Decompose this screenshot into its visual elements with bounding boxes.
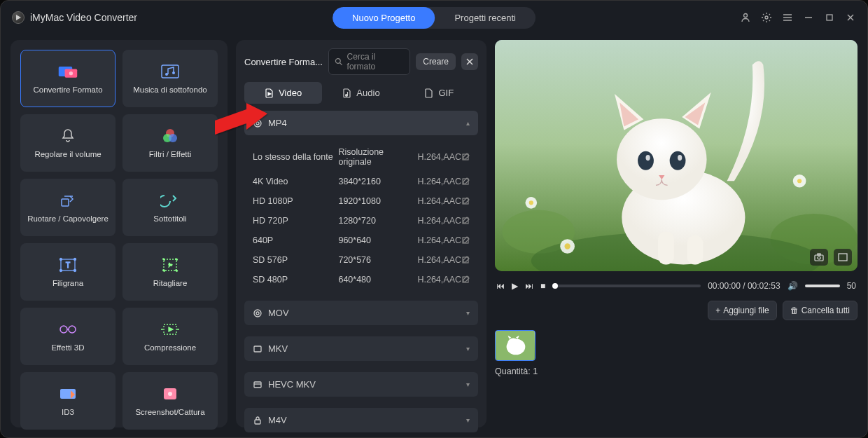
chevron-down-icon: ▾ (466, 345, 470, 353)
svg-point-78 (638, 151, 654, 170)
title-bar: iMyMac Video Converter Nuovo Progetto Pr… (1, 1, 867, 34)
svg-marker-36 (169, 327, 173, 331)
svg-point-23 (74, 259, 76, 261)
format-icon (253, 118, 262, 128)
minimize-button[interactable] (803, 12, 814, 23)
svg-rect-62 (255, 420, 260, 424)
tool-sidebar: Convertire Formato Musica di sottofondo … (10, 40, 227, 427)
format-group-hevc-mkv[interactable]: HEVC MKV▾ (244, 372, 478, 397)
close-panel-button[interactable] (461, 53, 478, 70)
3d-icon (57, 321, 78, 338)
tab-gif[interactable]: GIF (400, 82, 478, 104)
panel-header: Convertire Forma... Cerca il formato Cre… (244, 48, 478, 75)
tool-filters-effects[interactable]: Filtri / Effetti (122, 114, 218, 172)
edit-icon[interactable] (461, 197, 470, 205)
tab-gif-label: GIF (438, 88, 454, 98)
tool-label: Convertire Formato (33, 85, 102, 94)
tool-label: Filigrana (52, 279, 83, 287)
tab-audio[interactable]: Audio (322, 82, 400, 104)
edit-icon[interactable] (461, 153, 470, 161)
tool-label: Musica di sottofondo (133, 85, 206, 94)
svg-rect-19 (62, 199, 69, 206)
volume-icon[interactable]: 🔊 (788, 281, 798, 291)
preset-row[interactable]: SD 576P720*576H.264,AAC (244, 250, 478, 270)
edit-icon[interactable] (461, 177, 470, 186)
svg-rect-60 (254, 382, 261, 388)
id3-icon (57, 385, 78, 402)
file-quantity: Quantità: 1 (495, 367, 858, 376)
next-button[interactable]: ⏭ (525, 281, 533, 291)
preset-row[interactable]: 4K Video3840*2160H.264,AAC (244, 172, 478, 191)
tool-label: Ruotare / Capovolgere (27, 214, 108, 223)
tool-screenshot-capture[interactable]: Screenshot/Cattura (122, 372, 218, 430)
trash-icon: 🗑 (790, 306, 799, 315)
fullscreen-button[interactable] (834, 249, 852, 266)
svg-rect-76 (687, 235, 704, 264)
svg-point-33 (69, 326, 76, 333)
format-group-mkv[interactable]: MKV▾ (244, 336, 478, 361)
format-search-input[interactable]: Cerca il formato (328, 48, 410, 75)
volume-slider[interactable] (805, 285, 840, 287)
subtitle-icon (160, 192, 181, 209)
tool-rotate-flip[interactable]: Ruotare / Capovolgere (20, 179, 115, 236)
playback-controls: ⏮ ▶ ⏭ ■ 00:00:00 / 00:02:53 🔊 50 (495, 278, 858, 294)
maximize-button[interactable] (824, 12, 835, 23)
file-thumbnail[interactable] (495, 330, 536, 361)
preset-row[interactable]: 640P960*640H.264,AAC (244, 231, 478, 250)
user-icon[interactable] (740, 12, 751, 23)
prev-button[interactable]: ⏮ (496, 281, 505, 291)
preset-row[interactable]: SD 480P640*480H.264,AAC (244, 270, 478, 289)
search-placeholder: Cerca il formato (347, 52, 405, 71)
tool-watermark[interactable]: T Filigrana (20, 243, 115, 301)
camera-icon (814, 253, 824, 261)
edit-icon[interactable] (461, 275, 470, 284)
progress-slider[interactable] (552, 285, 701, 287)
svg-rect-85 (839, 254, 847, 261)
svg-marker-31 (169, 263, 173, 267)
svg-rect-7 (827, 15, 832, 20)
tool-label: Filtri / Effetti (149, 150, 192, 158)
svg-point-2 (765, 16, 768, 19)
close-button[interactable] (845, 12, 856, 23)
edit-icon[interactable] (461, 217, 470, 225)
preset-list: Lo stesso della fonteRisoluzione origina… (244, 142, 478, 289)
tool-background-music[interactable]: Musica di sottofondo (122, 50, 218, 107)
preset-row[interactable]: Lo stesso della fonteRisoluzione origina… (244, 142, 478, 172)
add-file-button[interactable]: +Aggiungi file (708, 301, 776, 320)
time-display: 00:00:00 / 00:02:53 (708, 281, 780, 291)
tool-label: ID3 (62, 408, 74, 416)
tab-recent-projects[interactable]: Progetti recenti (435, 7, 535, 29)
create-button[interactable]: Creare (416, 53, 456, 70)
video-preview[interactable] (495, 40, 858, 271)
svg-point-88 (508, 338, 519, 348)
menu-icon[interactable] (782, 12, 793, 23)
tool-id3[interactable]: ID3 (20, 372, 115, 430)
tab-new-project[interactable]: Nuovo Progetto (332, 7, 435, 29)
play-button[interactable]: ▶ (512, 281, 518, 291)
tab-video[interactable]: Video (244, 82, 322, 104)
svg-point-32 (60, 326, 67, 333)
tool-crop[interactable]: Ritagliare (122, 243, 218, 301)
preview-image (495, 40, 858, 271)
tool-convert-format[interactable]: Convertire Formato (20, 50, 115, 107)
preset-row[interactable]: HD 720P1280*720H.264,AAC (244, 211, 478, 231)
settings-icon[interactable] (761, 12, 772, 23)
clear-all-button[interactable]: 🗑Cancella tutti (783, 301, 858, 320)
format-group-m4v[interactable]: M4V▾ (244, 408, 478, 432)
svg-point-28 (176, 259, 178, 261)
snapshot-button[interactable] (810, 249, 828, 266)
format-group-mov[interactable]: MOV▾ (244, 301, 478, 325)
preset-row[interactable]: HD 1080P1920*1080H.264,AAC (244, 191, 478, 211)
tool-compression[interactable]: Compressione (122, 308, 218, 365)
stop-button[interactable]: ■ (540, 281, 545, 291)
svg-marker-0 (16, 15, 21, 20)
tool-3d-effects[interactable]: Effetti 3D (20, 308, 115, 365)
tool-adjust-volume[interactable]: Regolare il volume (20, 114, 115, 172)
tool-subtitles[interactable]: Sottotitoli (122, 179, 218, 236)
svg-point-22 (60, 259, 62, 261)
format-group-mp4[interactable]: MP4 ▴ (244, 111, 478, 135)
svg-point-29 (163, 270, 165, 272)
edit-icon[interactable] (461, 256, 470, 264)
tool-label: Compressione (144, 343, 196, 352)
edit-icon[interactable] (461, 236, 470, 245)
